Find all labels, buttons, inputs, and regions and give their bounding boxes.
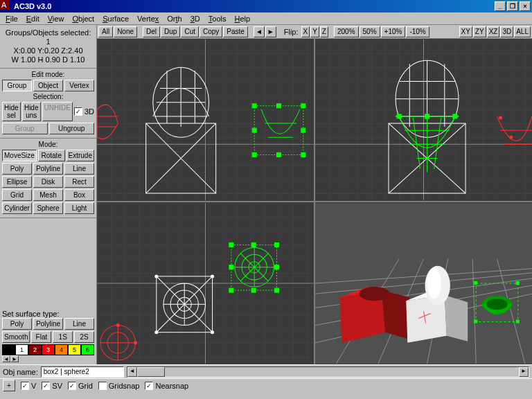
color-swatch-1[interactable]: 1 — [15, 344, 28, 355]
view-all[interactable]: ALL — [514, 26, 531, 37]
mode-polyline[interactable]: Polyline — [33, 163, 63, 175]
palette-left-arrow[interactable]: ◄ — [2, 355, 10, 362]
menu-vertex[interactable]: Vertex — [133, 13, 163, 24]
mode-box[interactable]: Box — [64, 189, 94, 201]
palette-right-arrow[interactable]: ► — [10, 355, 19, 362]
mode-line[interactable]: Line — [64, 163, 94, 175]
menu-edit[interactable]: Edit — [22, 13, 44, 24]
zoom-50[interactable]: 50% — [360, 26, 380, 37]
svg-rect-27 — [397, 114, 401, 118]
maximize-button[interactable]: ❐ — [507, 1, 518, 11]
objname-input[interactable] — [41, 366, 124, 378]
mode-movesize[interactable]: MoveSize — [2, 150, 37, 161]
color-swatch-5[interactable]: 5 — [68, 344, 81, 355]
menu-3d[interactable]: 3D — [186, 13, 204, 24]
svg-rect-15 — [276, 152, 281, 157]
scroll-right-icon[interactable]: ► — [519, 367, 529, 377]
viewport-front[interactable] — [97, 39, 314, 201]
viewport-side[interactable] — [315, 39, 532, 201]
menu-object[interactable]: Object — [68, 13, 98, 24]
mode-poly[interactable]: Poly — [2, 163, 32, 175]
editmode-vertex[interactable]: Vertex — [64, 80, 94, 91]
mode-cylinder[interactable]: Cylinder — [2, 202, 32, 214]
surf-polyline[interactable]: Polyline — [33, 318, 63, 330]
surf-line[interactable]: Line — [64, 318, 94, 330]
view-zy[interactable]: ZY — [473, 26, 486, 37]
hide-uns-button[interactable]: Hide uns — [22, 102, 41, 121]
flip-x[interactable]: X — [301, 26, 310, 37]
svg-rect-12 — [252, 152, 256, 157]
sel-none[interactable]: None — [114, 26, 137, 37]
mode-sphere[interactable]: Sphere — [33, 202, 63, 214]
surf-flat[interactable]: Flat — [31, 331, 51, 343]
svg-point-89 — [486, 299, 507, 310]
surface-label: Set surface type: — [2, 310, 94, 318]
ungroup-button[interactable]: Ungroup — [49, 123, 95, 134]
edit-del[interactable]: Del — [143, 26, 160, 37]
view-xy[interactable]: XY — [459, 26, 472, 37]
edit-copy[interactable]: Copy — [200, 26, 222, 37]
color-swatch-3[interactable]: 3 — [42, 344, 55, 355]
svg-point-81 — [360, 287, 390, 301]
edit-dup[interactable]: Dup — [161, 26, 180, 37]
viewport-top[interactable] — [97, 202, 314, 364]
color-swatch-6[interactable]: 6 — [81, 344, 94, 355]
mode-rotate[interactable]: Rotate — [38, 150, 65, 161]
zoom-plus10[interactable]: +10% — [381, 26, 406, 37]
surf-smooth[interactable]: Smooth — [2, 331, 30, 343]
v-checkbox[interactable]: ✓V — [21, 382, 36, 390]
color-swatch-0[interactable] — [2, 344, 15, 355]
sel-all[interactable]: All — [98, 26, 113, 37]
close-button[interactable]: × — [520, 1, 531, 11]
edit-paste[interactable]: Paste — [223, 26, 248, 37]
mode-extrude[interactable]: Extrude — [66, 150, 94, 161]
zoom-200[interactable]: 200% — [334, 26, 359, 37]
mode-mesh[interactable]: Mesh — [33, 189, 63, 201]
plus-button[interactable]: + — [3, 380, 15, 391]
menu-view[interactable]: View — [44, 13, 69, 24]
menu-tools[interactable]: Tools — [204, 13, 231, 24]
editmode-group[interactable]: Group — [2, 80, 32, 91]
mode-grid[interactable]: Grid — [2, 189, 32, 201]
selection-info: Groups/Objects selected: 1 X:0.00 Y:0.20… — [2, 27, 94, 66]
view-xz[interactable]: XZ — [487, 26, 500, 37]
surf-poly[interactable]: Poly — [2, 318, 32, 330]
svg-rect-92 — [474, 320, 477, 323]
h-scrollbar[interactable]: ◄ ► — [127, 366, 529, 378]
editmode-object[interactable]: Object — [33, 80, 63, 91]
hide-sel-button[interactable]: Hide sel — [2, 102, 21, 121]
unhide-button[interactable]: UNHIDE — [42, 102, 73, 121]
mode-disk[interactable]: Disk — [33, 176, 63, 188]
gridsnap-checkbox[interactable]: Gridsnap — [98, 382, 140, 390]
nudge-right-icon[interactable]: ► — [265, 26, 276, 37]
svg-rect-59 — [229, 242, 233, 247]
color-swatch-4[interactable]: 4 — [55, 344, 68, 355]
group-button[interactable]: Group — [2, 123, 48, 134]
nudge-left-icon[interactable]: ◄ — [254, 26, 265, 37]
mode-light[interactable]: Light — [64, 202, 94, 214]
3d-checkbox[interactable]: ✓3D — [74, 102, 94, 121]
viewport-3d[interactable] — [315, 202, 532, 364]
menu-file[interactable]: File — [1, 13, 22, 24]
grid-checkbox[interactable]: ✓Grid — [68, 382, 93, 390]
mode-ellipse[interactable]: Ellipse — [2, 176, 32, 188]
scroll-left-icon[interactable]: ◄ — [127, 367, 137, 377]
minimize-button[interactable]: _ — [495, 1, 506, 11]
surf-2s[interactable]: 2S — [74, 331, 94, 343]
surf-1s[interactable]: 1S — [53, 331, 73, 343]
nearsnap-checkbox[interactable]: ✓Nearsnap — [145, 382, 188, 390]
menu-orth[interactable]: Orth — [163, 13, 186, 24]
menu-help[interactable]: Help — [230, 13, 254, 24]
mode-rect[interactable]: Rect — [64, 176, 94, 188]
flip-y[interactable]: Y — [310, 26, 319, 37]
flip-z[interactable]: Z — [320, 26, 328, 37]
zoom-minus10[interactable]: -10% — [406, 26, 429, 37]
svg-point-86 — [427, 268, 441, 299]
view-3d[interactable]: 3D — [500, 26, 513, 37]
scroll-thumb[interactable] — [137, 367, 165, 377]
edit-cut[interactable]: Cut — [181, 26, 199, 37]
sv-checkbox[interactable]: ✓SV — [42, 382, 62, 390]
menu-surface[interactable]: Surface — [98, 13, 133, 24]
color-swatch-2[interactable]: 2 — [28, 344, 42, 355]
svg-rect-63 — [251, 242, 256, 247]
